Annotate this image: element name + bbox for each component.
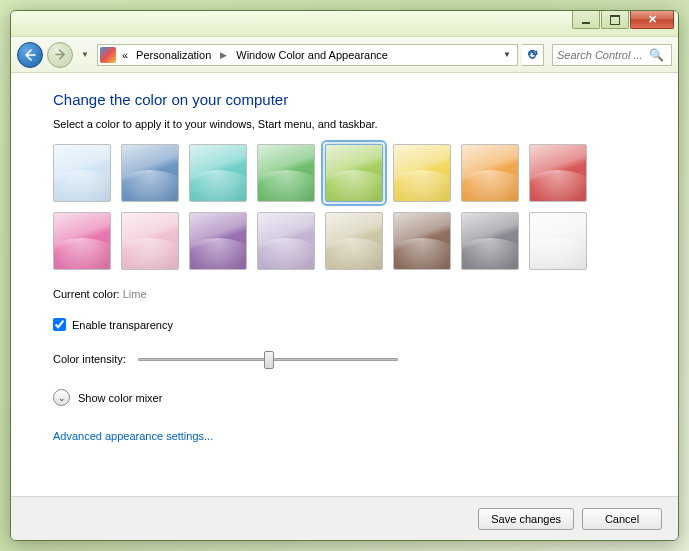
search-icon[interactable]: 🔍 bbox=[649, 48, 664, 62]
intensity-label: Color intensity: bbox=[53, 353, 126, 365]
footer: Save changes Cancel bbox=[11, 496, 678, 540]
color-swatch-fuchsia[interactable] bbox=[53, 212, 111, 270]
color-swatch-blush[interactable] bbox=[121, 212, 179, 270]
back-button[interactable] bbox=[17, 42, 43, 68]
breadcrumb-prefix[interactable]: « bbox=[120, 49, 130, 61]
color-swatch-sea[interactable] bbox=[189, 144, 247, 202]
address-dropdown-icon[interactable]: ▼ bbox=[499, 50, 515, 59]
arrow-left-icon bbox=[24, 49, 36, 61]
control-panel-icon bbox=[100, 47, 116, 63]
forward-button[interactable] bbox=[47, 42, 73, 68]
color-swatch-leaf[interactable] bbox=[257, 144, 315, 202]
color-swatch-frost[interactable] bbox=[529, 212, 587, 270]
content-area: Change the color on your computer Select… bbox=[11, 73, 678, 496]
search-input[interactable] bbox=[557, 49, 649, 61]
color-swatch-lime[interactable] bbox=[325, 144, 383, 202]
color-swatch-violet[interactable] bbox=[189, 212, 247, 270]
refresh-button[interactable]: ⟳ bbox=[522, 44, 544, 66]
color-swatch-lavender[interactable] bbox=[257, 212, 315, 270]
page-title: Change the color on your computer bbox=[53, 91, 650, 108]
current-color-row: Current color: Lime bbox=[53, 288, 650, 300]
arrow-right-icon bbox=[55, 49, 66, 60]
maximize-button[interactable] bbox=[601, 11, 629, 29]
page-subtitle: Select a color to apply it to your windo… bbox=[53, 118, 650, 130]
save-button[interactable]: Save changes bbox=[478, 508, 574, 530]
navigation-bar: ▼ « Personalization ▶ Window Color and A… bbox=[11, 37, 678, 73]
minimize-button[interactable] bbox=[572, 11, 600, 29]
color-swatch-grid bbox=[53, 144, 633, 270]
color-swatch-ruby[interactable] bbox=[529, 144, 587, 202]
color-swatch-taupe[interactable] bbox=[325, 212, 383, 270]
chevron-right-icon: ▶ bbox=[217, 50, 230, 60]
current-color-label: Current color: bbox=[53, 288, 120, 300]
color-swatch-sun[interactable] bbox=[393, 144, 451, 202]
color-swatch-twilight[interactable] bbox=[121, 144, 179, 202]
transparency-row[interactable]: Enable transparency bbox=[53, 318, 650, 331]
color-swatch-slate[interactable] bbox=[461, 212, 519, 270]
transparency-label: Enable transparency bbox=[72, 319, 173, 331]
transparency-checkbox[interactable] bbox=[53, 318, 66, 331]
color-mixer-label: Show color mixer bbox=[78, 392, 162, 404]
advanced-settings-link[interactable]: Advanced appearance settings... bbox=[53, 430, 213, 442]
intensity-row: Color intensity: bbox=[53, 353, 650, 365]
history-dropdown-icon[interactable]: ▼ bbox=[77, 50, 93, 59]
color-swatch-sky[interactable] bbox=[53, 144, 111, 202]
breadcrumb-window-color[interactable]: Window Color and Appearance bbox=[234, 49, 390, 61]
control-panel-window: ✕ ▼ « Personalization ▶ Window Color and… bbox=[10, 10, 679, 541]
cancel-button[interactable]: Cancel bbox=[582, 508, 662, 530]
slider-thumb[interactable] bbox=[264, 351, 274, 369]
address-bar[interactable]: « Personalization ▶ Window Color and App… bbox=[97, 44, 518, 66]
color-swatch-pumpkin[interactable] bbox=[461, 144, 519, 202]
breadcrumb-personalization[interactable]: Personalization bbox=[134, 49, 213, 61]
search-box[interactable]: 🔍 bbox=[552, 44, 672, 66]
close-button[interactable]: ✕ bbox=[630, 11, 674, 29]
titlebar: ✕ bbox=[11, 11, 678, 37]
color-mixer-expander[interactable]: ⌄ Show color mixer bbox=[53, 389, 650, 406]
color-swatch-chocolate[interactable] bbox=[393, 212, 451, 270]
current-color-value: Lime bbox=[123, 288, 147, 300]
chevron-down-icon: ⌄ bbox=[53, 389, 70, 406]
intensity-slider[interactable] bbox=[138, 358, 398, 361]
